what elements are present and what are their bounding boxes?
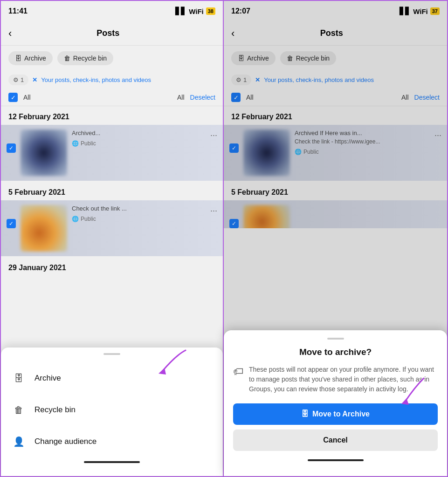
left-recycle-chip[interactable]: 🗑 Recycle bin (57, 51, 113, 65)
svg-marker-1 (401, 398, 409, 405)
left-select-all-label: All (23, 94, 172, 101)
left-post-item-2[interactable]: ✓ Check out the link ... 🌐 Public ··· (1, 200, 223, 256)
left-select-all-checkbox[interactable]: ✓ (8, 93, 18, 102)
right-phone-panel: 12:07 ▋▋ WiFi 37 ‹ Posts 🗄 Archive 🗑 Rec… (224, 0, 448, 477)
globe-icon-1: 🌐 (72, 140, 79, 147)
dialog-tag-icon: 🏷 (233, 366, 243, 394)
left-phone-panel: 11:41 ▋▋ WiFi 38 ‹ Posts 🗄 Archive 🗑 Rec… (0, 0, 224, 477)
filter-count: 1 (21, 76, 24, 83)
archive-chip-icon: 🗄 (15, 55, 21, 62)
left-time: 11:41 (8, 7, 28, 15)
move-archive-icon: 🗄 (301, 410, 309, 418)
sheet-archive-icon: 🗄 (10, 370, 27, 387)
left-home-bar (84, 461, 140, 463)
arrow-right-svg (386, 374, 433, 411)
cancel-button[interactable]: Cancel (233, 429, 438, 451)
sheet-archive-label: Archive (34, 374, 61, 383)
right-home-bar (308, 459, 364, 461)
move-archive-label: Move to Archive (312, 410, 370, 418)
sheet-recycle-icon: 🗑 (10, 402, 27, 418)
left-date-header-2: 5 February 2021 (1, 182, 223, 200)
left-battery: 38 (206, 7, 215, 15)
recycle-chip-label: Recycle bin (73, 55, 107, 62)
left-filter-bar: ⚙ 1 ✕ Your posts, check-ins, photos and … (1, 71, 223, 89)
left-archive-chip[interactable]: 🗄 Archive (8, 51, 53, 65)
left-filter-tag[interactable]: ⚙ 1 (8, 75, 28, 85)
left-post-menu-1[interactable]: ··· (210, 130, 217, 140)
left-post-public-1: 🌐 Public (72, 140, 217, 147)
left-post-info-2: Check out the link ... 🌐 Public (72, 205, 217, 222)
sheet-audience-label: Change audience (34, 437, 96, 446)
signal-icon: ▋▋ (175, 7, 186, 15)
left-back-button[interactable]: ‹ (8, 27, 19, 40)
left-status-bar: 11:41 ▋▋ WiFi 38 (1, 1, 223, 21)
left-post-item-1[interactable]: ✓ Archived... 🌐 Public ··· (1, 125, 223, 181)
sheet-audience-item[interactable]: 👤 Change audience (1, 426, 223, 457)
left-post-thumb-2 (21, 205, 67, 252)
dialog-handle (327, 338, 344, 340)
left-post-checkbox-1[interactable]: ✓ (7, 143, 16, 153)
left-post-title-2: Check out the link ... (72, 205, 217, 212)
archive-chip-label: Archive (24, 55, 46, 62)
sheet-handle (103, 353, 120, 355)
filter-description: Your posts, check-ins, photos and videos (41, 76, 151, 83)
left-select-bar: ✓ All All Deselect (1, 89, 223, 106)
wifi-icon: WiFi (189, 7, 204, 15)
left-status-icons: ▋▋ WiFi 38 (175, 7, 215, 15)
filter-settings-icon: ⚙ (13, 76, 19, 83)
left-date-header-3: 29 January 2021 (1, 257, 223, 276)
left-post-checkbox-2[interactable]: ✓ (7, 219, 16, 228)
left-post-menu-2[interactable]: ··· (210, 206, 217, 216)
left-page-title: Posts (19, 28, 197, 38)
sheet-audience-icon: 👤 (10, 433, 27, 450)
recycle-chip-icon: 🗑 (64, 55, 70, 62)
right-home-indicator (233, 456, 438, 465)
left-home-indicator (1, 457, 223, 467)
left-public-label-2: Public (81, 216, 96, 222)
sheet-recycle-item[interactable]: 🗑 Recycle bin (1, 394, 223, 426)
left-nav-bar: ‹ Posts (1, 21, 223, 46)
arrow-left-svg (148, 346, 195, 383)
left-post-thumb-1 (21, 129, 67, 176)
left-post-public-2: 🌐 Public (72, 216, 217, 222)
globe-icon-2: 🌐 (72, 216, 79, 222)
left-filter-row: 🗄 Archive 🗑 Recycle bin (1, 46, 223, 71)
left-deselect-button[interactable]: Deselect (190, 94, 215, 101)
left-date-header-1: 12 February 2021 (1, 106, 223, 125)
left-public-label-1: Public (81, 140, 96, 147)
dialog-title: Move to archive? (233, 347, 438, 357)
left-select-all2: All (177, 94, 185, 101)
filter-close-icon[interactable]: ✕ (32, 76, 37, 83)
left-post-info-1: Archived... 🌐 Public (72, 129, 217, 147)
sheet-recycle-label: Recycle bin (34, 405, 76, 415)
left-post-title-1: Archived... (72, 129, 217, 136)
